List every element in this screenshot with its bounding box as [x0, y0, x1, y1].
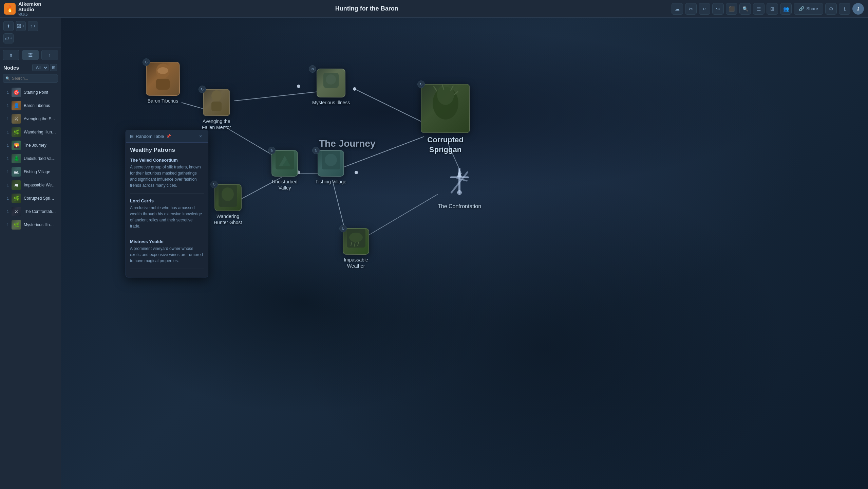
- node-number: 1: [5, 196, 9, 200]
- app-version: v0.6.5: [18, 13, 41, 16]
- redo-btn[interactable]: ↪: [712, 3, 724, 15]
- add-image-btn[interactable]: 🖼 +: [16, 21, 26, 31]
- svg-line-24: [434, 86, 437, 91]
- node-valley-refresh[interactable]: ↻: [268, 147, 276, 154]
- node-number: 1: [5, 170, 9, 174]
- canvas-area[interactable]: ↻ Baron Tiberius ↻: [61, 18, 868, 489]
- popup-close-button[interactable]: ×: [197, 133, 204, 140]
- svg-rect-19: [211, 102, 222, 111]
- info-btn[interactable]: ℹ: [839, 3, 850, 15]
- undo-btn[interactable]: ↩: [699, 3, 710, 15]
- random-table-popup: ⊞ Random Table 📌 × Wealthy Patrons The V…: [126, 130, 208, 277]
- sidebar-tab-image[interactable]: 🖼: [22, 50, 39, 60]
- node-item-label: Corrupted Spriggan: [24, 196, 56, 201]
- share-label: Share: [806, 6, 818, 11]
- filter-icon-btn[interactable]: ⊞: [50, 64, 57, 71]
- svg-point-32: [325, 154, 337, 166]
- sidebar-node-item[interactable]: 1 👤 Baron Tiberius: [1, 99, 59, 112]
- node-corrupted-label: CorruptedSpriggan: [427, 135, 463, 155]
- node-corrupted-refresh[interactable]: ↻: [417, 80, 425, 88]
- sidebar-node-item[interactable]: 1 🌲 Undisturbed Valley: [1, 152, 59, 165]
- node-impassable[interactable]: ↻ ImpassableWeather: [343, 228, 369, 269]
- node-impassable-refresh[interactable]: ↻: [339, 225, 347, 232]
- node-fishing-label: Fishing Village: [316, 179, 346, 185]
- top-header: 🔥 Alkemion Studio v0.6.5 Hunting for the…: [0, 0, 868, 18]
- user-avatar[interactable]: J: [852, 3, 864, 15]
- node-wandering-label: WanderingHunter Ghost: [214, 213, 242, 225]
- svg-point-36: [349, 233, 363, 242]
- cloud-icon-btn[interactable]: ☁: [672, 3, 683, 15]
- sidebar-tab-upload[interactable]: ↑: [41, 50, 58, 60]
- popup-header: ⊞ Random Table 📌 ×: [126, 130, 208, 143]
- sidebar-node-item[interactable]: 1 🌄 The Journey: [1, 139, 59, 152]
- node-wandering-img: [214, 184, 242, 211]
- popup-entry: Lord Cerris A reclusive noble who has am…: [130, 198, 204, 234]
- node-avenging-refresh[interactable]: ↻: [199, 86, 206, 93]
- node-illness-label: Mysterious Illness: [312, 99, 350, 106]
- share-sidebar-btn[interactable]: ⬆: [3, 21, 14, 31]
- search-input[interactable]: [3, 74, 58, 83]
- sidebar-node-item[interactable]: 1 🌿 Corrupted Spriggan: [1, 192, 59, 205]
- node-item-label: Starting Point: [24, 90, 48, 95]
- node-thumbnail: 🌿: [12, 220, 21, 230]
- tag-btn[interactable]: 🏷 +: [3, 33, 14, 43]
- list-btn[interactable]: ☰: [753, 3, 765, 15]
- popup-entry-desc: A prominent vineyard owner whose exotic …: [130, 246, 204, 264]
- node-item-label: Wandering Hunter...: [24, 130, 56, 134]
- users-btn[interactable]: 👥: [780, 3, 792, 15]
- node-corrupted-img: [421, 84, 470, 133]
- node-wandering[interactable]: ↻ WanderingHunter Ghost: [214, 184, 242, 225]
- node-illness[interactable]: ↻ Mysterious Illness: [312, 69, 350, 106]
- product-name: Studio: [18, 7, 41, 13]
- node-impassable-label: ImpassableWeather: [344, 257, 368, 269]
- sidebar-toolbar-row-2: 🏷 +: [3, 33, 57, 43]
- node-avenging-label: Avenging theFallen Mentor: [202, 118, 231, 130]
- node-corrupted[interactable]: ↻ CorruptedSpriggan: [421, 84, 470, 155]
- node-baron-refresh[interactable]: ↻: [143, 58, 150, 66]
- share-icon: 🔗: [799, 6, 804, 11]
- sidebar-node-item[interactable]: 1 ⚔ Avenging the Fallen...: [1, 112, 59, 125]
- node-baron[interactable]: ↻ Baron Tiberius: [146, 62, 180, 104]
- share-button[interactable]: 🔗 Share: [794, 3, 823, 15]
- node-thumbnail: 🏘: [12, 167, 21, 177]
- sidebar-node-item[interactable]: 1 🌧 Impassable Weather: [1, 179, 59, 192]
- node-baron-img: [146, 62, 180, 96]
- node-number: 1: [5, 104, 9, 108]
- pin-icon: 📌: [166, 134, 171, 139]
- node-thumbnail: ⚔: [12, 207, 21, 216]
- search-btn[interactable]: 🔍: [739, 3, 751, 15]
- popup-section-title: Wealthy Patrons: [130, 147, 204, 153]
- sidebar-node-item[interactable]: 1 🌿 Wandering Hunter...: [1, 126, 59, 139]
- scissors-icon-btn[interactable]: ✂: [685, 3, 697, 15]
- filter-select[interactable]: All: [32, 64, 49, 71]
- sidebar-tab-share[interactable]: ⬆: [3, 50, 19, 60]
- svg-point-34: [222, 187, 234, 201]
- sidebar-node-item[interactable]: 1 🏘 Fishing Village: [1, 165, 59, 178]
- sidebar-node-item[interactable]: 1 🎯 Starting Point: [1, 86, 59, 99]
- node-fishing-refresh[interactable]: ↻: [312, 147, 320, 154]
- sidebar-node-item[interactable]: 1 ⚔ The Confrontation: [1, 205, 59, 218]
- node-wandering-refresh[interactable]: ↻: [210, 181, 218, 188]
- export-btn[interactable]: ⬛: [726, 3, 737, 15]
- node-item-label: The Journey: [24, 143, 46, 148]
- node-valley[interactable]: ↻ UndisturbedValley: [271, 150, 298, 191]
- node-valley-label: UndisturbedValley: [272, 179, 298, 191]
- upload-btn[interactable]: ↑ +: [28, 21, 38, 31]
- node-avenging[interactable]: ↻ Avenging theFallen Mentor: [202, 89, 231, 130]
- node-confrontation-label: The Confrontation: [438, 203, 481, 210]
- node-fishing[interactable]: ↻ Fishing Village: [316, 150, 346, 185]
- hierarchy-btn[interactable]: ⊞: [767, 3, 778, 15]
- node-avenging-img: [203, 89, 230, 116]
- node-illness-refresh[interactable]: ↻: [309, 65, 316, 73]
- node-confrontation[interactable]: The Confrontation: [438, 164, 481, 210]
- popup-entry-desc: A reclusive noble who has amassed wealth…: [130, 205, 204, 229]
- main-area: ⬆ 🖼 + ↑ + 🏷 + ⬆ 🖼 ↑ Nodes All ⊞ 🔍: [0, 18, 868, 489]
- logo-icon: 🔥: [4, 3, 16, 15]
- svg-point-23: [437, 85, 454, 105]
- popup-entries: The Veiled Consortium A secretive group …: [130, 158, 204, 273]
- sidebar-node-item[interactable]: 1 🌿 Mysterious Illness: [1, 218, 59, 231]
- node-item-label: Impassable Weather: [24, 183, 56, 187]
- node-number: 1: [5, 183, 9, 187]
- node-number: 1: [5, 210, 9, 214]
- settings-btn[interactable]: ⚙: [825, 3, 837, 15]
